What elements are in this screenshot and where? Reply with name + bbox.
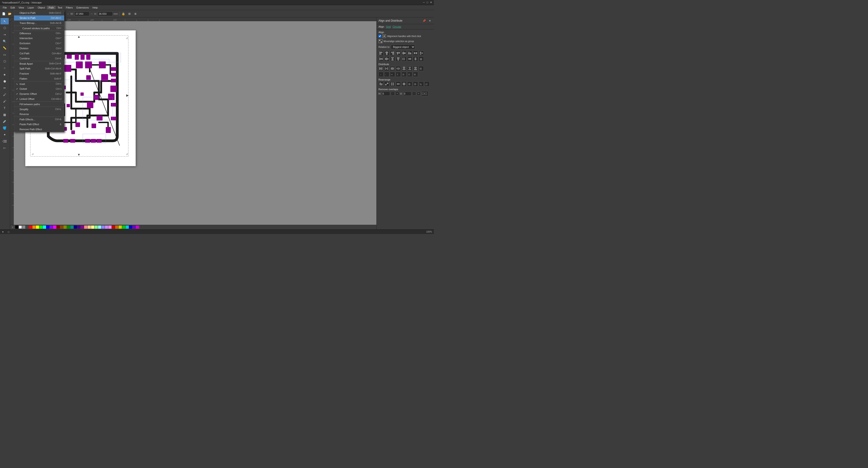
- menu-extensions[interactable]: Extensions: [74, 6, 91, 9]
- align-r4[interactable]: [396, 56, 401, 61]
- menu-path-effects[interactable]: Path Effects... Ctrl+&: [14, 117, 64, 122]
- menu-combine[interactable]: Combine Ctrl+K: [14, 56, 64, 61]
- swatch-magenta[interactable]: [53, 226, 56, 229]
- apply-remove-overlaps[interactable]: [422, 91, 428, 96]
- dist-r7[interactable]: ⊠: [413, 72, 418, 77]
- swatch-brown[interactable]: [60, 226, 63, 229]
- align-right-edges[interactable]: [390, 51, 395, 56]
- lock-aspect[interactable]: 🔒: [121, 11, 126, 17]
- tool-eraser[interactable]: ⌫: [0, 138, 9, 145]
- swatch-darkmagenta[interactable]: [81, 226, 84, 229]
- align-handles-checkbox[interactable]: [378, 35, 381, 37]
- v-minus[interactable]: -: [412, 92, 416, 95]
- menu-edit[interactable]: Edit: [9, 6, 17, 9]
- swatch-lightcyan[interactable]: [98, 226, 101, 229]
- v-overlap-input[interactable]: [403, 92, 411, 96]
- rearrange-r4[interactable]: [396, 82, 401, 87]
- swatch-darkgray[interactable]: [26, 226, 29, 229]
- menu-inset[interactable]: ↘ Inset Ctrl+(: [14, 81, 64, 86]
- swatch-indigo[interactable]: [132, 226, 136, 229]
- align-r6[interactable]: [407, 56, 412, 61]
- menu-fracture[interactable]: Fracture Shift+Alt+F: [14, 71, 64, 76]
- menu-difference[interactable]: Difference Ctrl+-: [14, 31, 64, 36]
- swatch-lightred[interactable]: [84, 226, 87, 229]
- tab-align[interactable]: Align: [378, 25, 384, 28]
- dist-baseline[interactable]: ↔: [378, 72, 383, 77]
- tool-gradient[interactable]: ▦: [0, 111, 9, 118]
- swatch-cobalt[interactable]: [129, 226, 132, 229]
- h-input[interactable]: [98, 11, 113, 16]
- swatch-teal[interactable]: [70, 226, 73, 229]
- menu-outset[interactable]: ↗ Outset Ctrl+): [14, 86, 64, 91]
- swatch-darkblue[interactable]: [74, 226, 77, 229]
- tool-spray[interactable]: ✦: [0, 131, 9, 138]
- menu-exclusion[interactable]: Exclusion Ctrl+^: [14, 41, 64, 46]
- toolbar-snap[interactable]: ⊕: [133, 11, 138, 17]
- tool-paint[interactable]: 🪣: [0, 125, 9, 131]
- w-input[interactable]: [74, 11, 89, 16]
- tool-3d[interactable]: ⬡: [0, 58, 9, 64]
- tool-circle[interactable]: ○: [0, 65, 9, 71]
- menu-division[interactable]: Division Ctrl+/: [14, 46, 64, 51]
- rearrange-r1[interactable]: [378, 82, 383, 87]
- canvas[interactable]: ▲ ▼ ◀ ▶ ↺ ↺ ↺ ↺: [14, 21, 376, 234]
- v-plus[interactable]: +: [417, 92, 421, 95]
- panel-pin[interactable]: 📌: [422, 19, 427, 23]
- swatch-fuchsia[interactable]: [136, 226, 139, 229]
- dist-center-v[interactable]: [407, 66, 412, 71]
- menu-fill-between[interactable]: Fill between paths: [14, 101, 64, 107]
- swatch-gray[interactable]: [22, 226, 25, 229]
- dist-right[interactable]: [390, 66, 395, 71]
- tool-polygon[interactable]: ⬟: [0, 78, 9, 84]
- dist-gaps-h[interactable]: [396, 66, 401, 71]
- swatch-gold[interactable]: [119, 226, 122, 229]
- tool-star[interactable]: ★: [0, 71, 9, 78]
- menu-remove-path-effect[interactable]: Remove Path Effect: [14, 127, 64, 132]
- tool-text[interactable]: T: [0, 105, 9, 111]
- dist-bottom[interactable]: [413, 66, 418, 71]
- minimize-btn[interactable]: ─: [423, 1, 425, 4]
- align-bottom-edges[interactable]: [407, 51, 412, 56]
- close-btn[interactable]: ✕: [430, 1, 432, 4]
- menu-file[interactable]: File: [1, 6, 9, 9]
- tab-circular[interactable]: Circular: [393, 25, 401, 28]
- swatch-lightyellow[interactable]: [91, 226, 94, 229]
- relative-select[interactable]: Biggest object First selected Last selec…: [391, 45, 415, 49]
- align-r1[interactable]: [378, 56, 383, 61]
- rearrange-r7[interactable]: ⊗: [413, 82, 418, 87]
- swatch-black[interactable]: [15, 226, 19, 229]
- menu-cut-path[interactable]: Cut Path Ctrl+Alt+/: [14, 51, 64, 56]
- swatch-red[interactable]: [29, 226, 32, 229]
- menu-break-apart[interactable]: Break Apart Shift+Ctrl+K: [14, 61, 64, 66]
- no-fill-swatch[interactable]: ✕: [11, 226, 14, 229]
- tool-tweak[interactable]: ⇝: [0, 31, 9, 38]
- tool-connector[interactable]: ⊢: [0, 145, 9, 151]
- align-r5[interactable]: [401, 56, 406, 61]
- align-centers-h[interactable]: [384, 51, 389, 56]
- swatch-crimson[interactable]: [112, 226, 115, 229]
- tool-dropper[interactable]: 💉: [0, 118, 9, 124]
- swatch-purple[interactable]: [77, 226, 81, 229]
- swatch-darkorange[interactable]: [115, 226, 118, 229]
- rearrange-r6[interactable]: ⊕: [407, 82, 412, 87]
- h-plus[interactable]: +: [396, 92, 399, 95]
- align-r8[interactable]: ⊞: [419, 56, 424, 61]
- swatch-pink[interactable]: [108, 226, 112, 229]
- menu-intersection[interactable]: Intersection Ctrl+*: [14, 36, 64, 41]
- dist-center-h[interactable]: [384, 66, 389, 71]
- swatch-white[interactable]: [19, 226, 22, 229]
- swatch-lavender[interactable]: [105, 226, 108, 229]
- menu-path[interactable]: Path: [47, 6, 56, 9]
- menu-stroke-to-path[interactable]: Stroke to Path Ctrl+Alt+C: [14, 16, 64, 21]
- tool-node[interactable]: ⬡: [0, 25, 9, 31]
- swatch-yellow[interactable]: [36, 226, 39, 229]
- dist-r5[interactable]: ⊞: [401, 72, 406, 77]
- menu-paste-path-effect[interactable]: Paste Path Effect &: [14, 122, 64, 127]
- menu-convert-strokes[interactable]: Convert strokes to paths Ctrl+: [14, 26, 64, 31]
- dist-r2[interactable]: ↕: [384, 72, 389, 77]
- menu-help[interactable]: Help: [91, 6, 99, 9]
- menu-filters[interactable]: Filters: [64, 6, 75, 9]
- swatch-darkred[interactable]: [57, 226, 60, 229]
- dist-r4[interactable]: ⇕: [396, 72, 401, 77]
- menu-object-to-path[interactable]: Object to Path Shift+Ctrl+C: [14, 10, 64, 16]
